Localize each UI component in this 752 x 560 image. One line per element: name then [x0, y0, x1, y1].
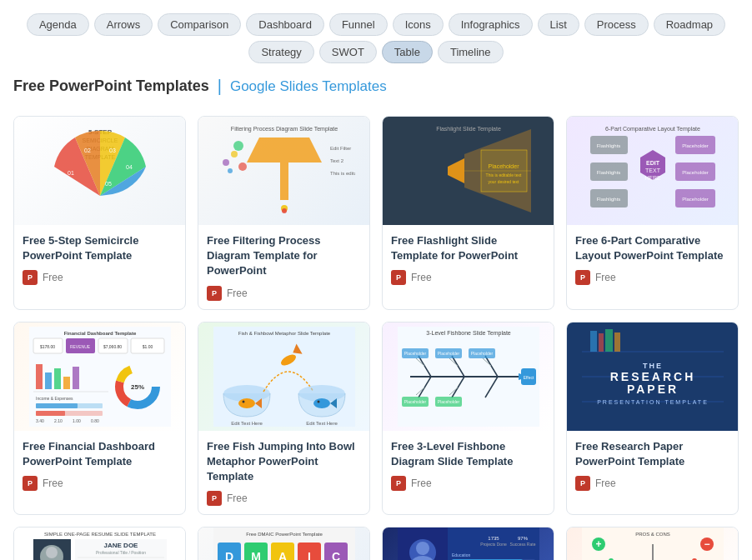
svg-point-86	[313, 398, 330, 408]
svg-point-12	[228, 168, 233, 173]
svg-text:0.80: 0.80	[91, 418, 99, 423]
card-profile[interactable]: About Me 1735 Projects Done 97% Success …	[382, 527, 554, 560]
svg-text:PRESENTATION TEMPLATE: PRESENTATION TEMPLATE	[597, 399, 709, 405]
tag-roadmap[interactable]: Roadmap	[654, 13, 725, 36]
tag-swot[interactable]: SWOT	[319, 41, 377, 63]
svg-text:PROS & CONS: PROS & CONS	[635, 532, 670, 537]
card-proscons[interactable]: PROS & CONS	[566, 527, 739, 560]
card-thumb-fish: Fish & Fishbowl Metaphor Slide Template …	[198, 322, 369, 431]
svg-rect-61	[36, 364, 43, 389]
card-thumb-resume: SIMPLE ONE-PAGE RESUME SLIDE TEMPLATE JA…	[14, 528, 185, 560]
svg-text:Placeholder: Placeholder	[488, 163, 519, 169]
tag-timeline[interactable]: Timeline	[438, 41, 504, 63]
free-badge-6part: Free	[595, 272, 616, 283]
templates-grid: 5-STEP SEMICIRCLE DIAGRAM TEMPLATE 01 02…	[13, 116, 739, 560]
card-body-filtering: Free Filtering Process Diagram Template …	[198, 225, 369, 309]
tag-agenda[interactable]: Agenda	[27, 13, 89, 36]
card-fishbone[interactable]: 3-Level Fishbone Slide Template Effect	[382, 322, 554, 516]
tag-table[interactable]: Table	[382, 41, 433, 63]
svg-text:1735: 1735	[488, 536, 499, 541]
card-thumb-fishbone: 3-Level Fishbone Slide Template Effect	[383, 322, 554, 431]
ppt-icon-filtering: P	[207, 286, 222, 301]
card-research[interactable]: THE RESEARCH PAPER PRESENTATION TEMPLATE…	[566, 322, 739, 516]
card-body-research: Free Research Paper PowerPoint Template …	[567, 431, 738, 499]
svg-point-17	[282, 208, 287, 213]
svg-rect-124	[605, 329, 613, 352]
card-flashlight[interactable]: Flashlight Slide Template Placeholder Th…	[382, 116, 554, 310]
tag-dashboard[interactable]: Dashboard	[246, 13, 324, 36]
tag-list[interactable]: List	[538, 13, 579, 36]
ppt-icon-research: P	[575, 476, 590, 491]
svg-point-10	[231, 151, 238, 158]
page-wrapper: Agenda Arrows Comparison Dashboard Funne…	[0, 0, 752, 560]
svg-text:Placeholder: Placeholder	[404, 351, 426, 356]
card-title-fish: Free Fish Jumping Into Bowl Metaphor Pow…	[207, 439, 361, 485]
card-thumb-profile: About Me 1735 Projects Done 97% Success …	[383, 528, 554, 560]
card-body-flashlight: Free Flashlight Slide Template for Power…	[383, 225, 554, 293]
svg-text:REVENUE: REVENUE	[69, 344, 90, 349]
svg-rect-65	[73, 367, 79, 389]
svg-text:D: D	[224, 550, 233, 560]
card-body-6part: Free 6-Part Comparative Layout PowerPoin…	[567, 225, 738, 293]
tag-infographics[interactable]: Infographics	[449, 13, 533, 36]
free-badge-dashboard: Free	[43, 478, 63, 489]
card-body-dashboard: Free Financial Dashboard PowerPoint Temp…	[14, 431, 185, 499]
svg-text:This is editable text: This is editable text	[330, 171, 355, 176]
free-badge-research: Free	[595, 478, 616, 489]
google-slides-link[interactable]: Google Slides Templates	[230, 78, 387, 95]
svg-text:25%: 25%	[130, 383, 143, 391]
svg-text:Placeholder: Placeholder	[470, 351, 493, 356]
ppt-icon-fishbone: P	[391, 476, 406, 491]
svg-text:A: A	[278, 550, 286, 560]
svg-rect-123	[599, 333, 604, 352]
svg-text:Placeholder: Placeholder	[404, 399, 426, 404]
ppt-icon-6part: P	[575, 270, 590, 285]
free-badge-filtering: Free	[227, 288, 248, 299]
card-body-fish: Free Fish Jumping Into Bowl Metaphor Pow…	[198, 431, 369, 515]
svg-text:RESEARCH: RESEARCH	[609, 370, 695, 383]
card-resume[interactable]: SIMPLE ONE-PAGE RESUME SLIDE TEMPLATE JA…	[13, 527, 186, 560]
svg-text:SIMPLE ONE-PAGE RESUME SLIDE T: SIMPLE ONE-PAGE RESUME SLIDE TEMPLATE	[43, 532, 155, 537]
card-6part[interactable]: 6-Part Comparative Layout Template EDIT …	[566, 116, 739, 310]
svg-text:Free DMAIC PowerPoint Template: Free DMAIC PowerPoint Template	[246, 532, 323, 537]
svg-point-79	[238, 398, 255, 408]
card-body-fishbone: Free 3-Level Fishbone Diagram Slide Temp…	[383, 431, 554, 499]
svg-text:Fish & Fishbowl Metaphor Slide: Fish & Fishbowl Metaphor Slide Template	[238, 331, 330, 336]
tag-icons[interactable]: Icons	[393, 13, 444, 36]
svg-text:Success Rate: Success Rate	[509, 542, 535, 547]
svg-text:$1.00: $1.00	[142, 344, 153, 349]
tag-comparison[interactable]: Comparison	[158, 13, 241, 36]
card-thumb-research: THE RESEARCH PAPER PRESENTATION TEMPLATE	[567, 322, 738, 431]
ppt-icon-fish: P	[207, 491, 222, 506]
svg-text:Filtering Process Diagram Slid: Filtering Process Diagram Slide Template	[230, 126, 337, 132]
svg-point-14	[223, 159, 229, 166]
card-5step[interactable]: 5-STEP SEMICIRCLE DIAGRAM TEMPLATE 01 02…	[13, 116, 186, 310]
svg-text:Flashlights: Flashlights	[596, 143, 620, 148]
card-dashboard[interactable]: Financial Dashboard Template $178.00 REV…	[13, 322, 186, 516]
card-fish[interactable]: Fish & Fishbowl Metaphor Slide Template …	[198, 322, 370, 516]
svg-text:M: M	[251, 550, 261, 560]
card-title-research: Free Research Paper PowerPoint Template	[575, 439, 729, 469]
svg-text:Edit Text Here: Edit Text Here	[306, 421, 338, 426]
svg-rect-26	[481, 150, 527, 192]
card-thumb-dmaic: Free DMAIC PowerPoint Template D M A I C…	[198, 528, 369, 560]
svg-rect-69	[36, 403, 78, 408]
tag-arrows[interactable]: Arrows	[94, 13, 153, 36]
ppt-icon-dashboard: P	[23, 476, 38, 491]
svg-text:Edit Filter: Edit Filter	[330, 146, 351, 151]
svg-text:Flashlight Slide Template: Flashlight Slide Template	[436, 126, 501, 132]
svg-text:Effect: Effect	[523, 375, 534, 380]
card-dmaic[interactable]: Free DMAIC PowerPoint Template D M A I C…	[198, 527, 370, 560]
card-meta-filtering: P Free	[207, 286, 361, 301]
svg-text:Education: Education	[452, 552, 470, 558]
svg-text:Flashlights: Flashlights	[596, 197, 620, 202]
tag-funnel[interactable]: Funnel	[329, 13, 388, 36]
svg-text:−: −	[704, 538, 709, 550]
card-filtering[interactable]: Filtering Process Diagram Slide Template…	[198, 116, 370, 310]
tag-process[interactable]: Process	[584, 13, 649, 36]
svg-text:01: 01	[68, 170, 74, 176]
tag-strategy[interactable]: Strategy	[248, 41, 313, 63]
svg-text:2.10: 2.10	[54, 418, 63, 423]
svg-rect-71	[36, 411, 65, 416]
card-thumb-6part: 6-Part Comparative Layout Template EDIT …	[567, 117, 738, 225]
